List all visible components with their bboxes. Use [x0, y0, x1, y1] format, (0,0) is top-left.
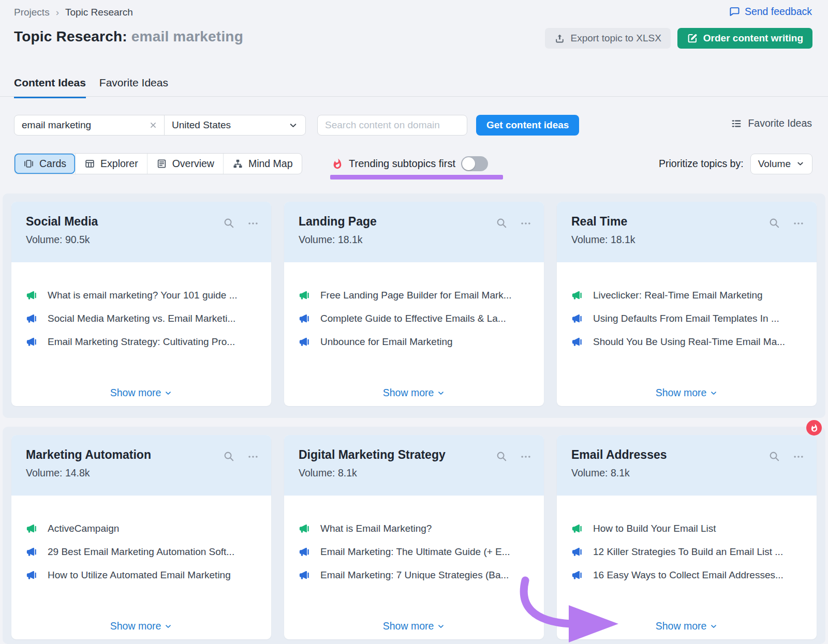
favorite-ideas-button[interactable]: Favorite Ideas — [731, 117, 812, 129]
card-volume: Volume: 8.1k — [299, 467, 531, 479]
export-xlsx-button[interactable]: Export topic to XLSX — [545, 28, 670, 49]
topic-item[interactable]: Using Defaults From Email Templates In .… — [571, 311, 802, 326]
topic-item[interactable]: Complete Guide to Effective Emails & La.… — [299, 311, 529, 326]
tab-content-ideas[interactable]: Content Ideas — [14, 77, 86, 98]
card-header: Digital Marketing Strategy Volume: 8.1k — [284, 435, 544, 496]
tab-favorite-ideas[interactable]: Favorite Ideas — [99, 77, 168, 98]
feedback-bubble-icon — [729, 6, 740, 17]
get-content-ideas-button[interactable]: Get content ideas — [476, 115, 579, 136]
query-part — [14, 115, 165, 135]
more-options-icon[interactable] — [793, 451, 804, 462]
topic-item[interactable]: ActiveCampaign — [26, 521, 257, 536]
topic-item[interactable]: Email Marketing Strategy: Cultivating Pr… — [26, 335, 257, 349]
more-options-icon[interactable] — [520, 451, 531, 462]
card-volume: Volume: 18.1k — [299, 234, 531, 246]
show-more-link[interactable]: Show more — [11, 387, 271, 399]
view-explorer[interactable]: Explorer — [75, 154, 147, 174]
show-more-link[interactable]: Show more — [284, 620, 544, 632]
card-body: ActiveCampaign 29 Best Email Marketing A… — [11, 496, 271, 582]
topic-item[interactable]: 12 Killer Strategies To Build an Email L… — [571, 545, 802, 559]
chevron-down-icon — [437, 389, 445, 397]
show-more-link[interactable]: Show more — [11, 620, 271, 632]
domain-search-input[interactable] — [317, 115, 467, 136]
topic-item[interactable]: Email Marketing: 7 Unique Strategies (Ba… — [299, 568, 529, 582]
search-icon[interactable] — [223, 451, 235, 462]
megaphone-icon — [26, 313, 37, 324]
topic-item[interactable]: 16 Easy Ways to Collect Email Addresses.… — [571, 568, 802, 582]
card-volume: Volume: 90.5k — [26, 234, 259, 246]
topic-card-digital-marketing-strategy: Digital Marketing Strategy Volume: 8.1k … — [284, 435, 544, 639]
more-options-icon[interactable] — [520, 218, 531, 229]
order-content-writing-button[interactable]: Order content writing — [677, 28, 812, 49]
megaphone-icon — [26, 290, 37, 301]
topic-item[interactable]: Free Landing Page Builder for Email Mark… — [299, 288, 529, 303]
send-feedback-link[interactable]: Send feedback — [729, 6, 812, 18]
topic-card-real-time: Real Time Volume: 18.1k Liveclicker: Rea… — [557, 202, 817, 406]
topic-item[interactable]: Should You Be Using Real-Time Email Ma..… — [571, 335, 802, 349]
topic-item[interactable]: 29 Best Email Marketing Automation Soft.… — [26, 545, 257, 559]
prioritize-control: Prioritize topics by: Volume — [659, 153, 812, 174]
megaphone-icon — [571, 290, 583, 301]
topic-item[interactable]: Liveclicker: Real-Time Email Marketing — [571, 288, 802, 303]
megaphone-icon — [571, 546, 583, 558]
clear-query-icon[interactable] — [149, 121, 158, 130]
cards-row-1: Social Media Volume: 90.5k What is email… — [3, 193, 825, 418]
megaphone-icon — [299, 290, 310, 301]
show-more-link[interactable]: Show more — [557, 387, 817, 399]
breadcrumb-projects[interactable]: Projects — [14, 7, 50, 18]
megaphone-icon — [571, 313, 583, 324]
topic-item[interactable]: What is Email Marketing? — [299, 521, 529, 536]
more-options-icon[interactable] — [247, 218, 259, 229]
table-icon — [84, 158, 95, 169]
topic-item[interactable]: How to Build Your Email List — [571, 521, 802, 536]
chevron-down-icon — [164, 622, 172, 631]
tabs: Content Ideas Favorite Ideas — [14, 77, 168, 98]
megaphone-icon — [26, 546, 37, 558]
search-icon[interactable] — [768, 217, 780, 229]
card-volume: Volume: 14.8k — [26, 467, 259, 479]
topic-item[interactable]: Social Media Marketing vs. Email Marketi… — [26, 311, 257, 326]
chevron-down-icon — [796, 159, 805, 168]
card-header-icons — [768, 217, 804, 229]
more-options-icon[interactable] — [793, 218, 804, 229]
chevron-right-icon: › — [56, 7, 59, 18]
chevron-down-icon — [288, 121, 298, 130]
card-header-icons — [223, 451, 259, 462]
view-mind-map[interactable]: Mind Map — [223, 154, 302, 174]
fire-icon — [810, 424, 819, 432]
card-volume: Volume: 8.1k — [571, 467, 804, 479]
card-header-icons — [496, 217, 531, 229]
megaphone-icon — [299, 546, 310, 558]
search-icon[interactable] — [768, 451, 780, 462]
topic-item[interactable]: Unbounce for Email Marketing — [299, 335, 529, 349]
page-title-prefix: Topic Research: — [14, 28, 127, 44]
search-icon[interactable] — [496, 217, 508, 229]
topic-card-social-media: Social Media Volume: 90.5k What is email… — [11, 202, 271, 406]
card-header: Email Addresses Volume: 8.1k — [557, 435, 817, 496]
search-icon[interactable] — [223, 217, 235, 229]
topic-item[interactable]: What is email marketing? Your 101 guide … — [26, 288, 257, 303]
trending-toggle[interactable] — [461, 156, 488, 171]
topic-item[interactable]: Email Marketing: The Ultimate Guide (+ E… — [299, 545, 529, 559]
upload-icon — [554, 33, 565, 44]
megaphone-icon — [299, 523, 310, 534]
cards-row-2: Marketing Automation Volume: 14.8k Activ… — [3, 427, 825, 644]
megaphone-icon — [299, 336, 310, 348]
country-select[interactable]: United States — [165, 115, 305, 135]
card-header: Social Media Volume: 90.5k — [11, 202, 271, 262]
overview-icon — [156, 158, 167, 169]
megaphone-icon — [571, 523, 583, 534]
search-icon[interactable] — [496, 451, 508, 462]
prioritize-select[interactable]: Volume — [750, 154, 812, 174]
header-actions: Export topic to XLSX Order content writi… — [545, 28, 812, 49]
show-more-link[interactable]: Show more — [557, 620, 817, 632]
show-more-link[interactable]: Show more — [284, 387, 544, 399]
chevron-down-icon — [437, 622, 445, 631]
view-cards[interactable]: Cards — [14, 154, 75, 174]
view-overview[interactable]: Overview — [147, 154, 223, 174]
more-options-icon[interactable] — [247, 451, 259, 462]
topic-query-input[interactable] — [22, 119, 149, 131]
topic-item[interactable]: How to Utilize Automated Email Marketing — [26, 568, 257, 582]
edit-icon — [687, 33, 698, 44]
page-title-query: email marketing — [131, 28, 243, 44]
